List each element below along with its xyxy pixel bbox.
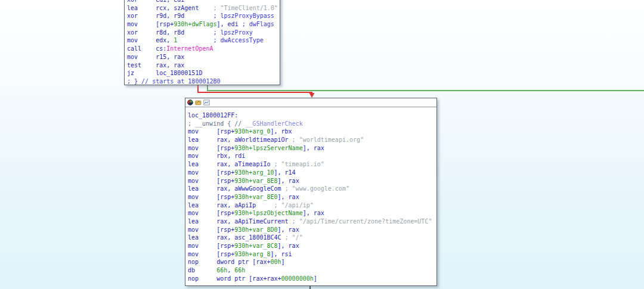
- asm-line[interactable]: lea rax, asc_18001BC4C ; "/": [188, 234, 436, 242]
- asm-line[interactable]: mov [rsp+930h+var_8D0], rax: [188, 226, 436, 234]
- asm-line[interactable]: loc_1800012FF:: [188, 111, 436, 120]
- asm-line[interactable]: lea rax, aTimeapiIo ; "timeapi.io": [188, 160, 436, 169]
- asm-line[interactable]: xor edi, edi: [127, 0, 280, 4]
- edge-jump-taken-green: [208, 85, 644, 91]
- asm-line[interactable]: mov [rsp+930h+var_8E8], rax: [188, 177, 436, 185]
- edge-fallthrough-red: [198, 85, 312, 94]
- asm-line[interactable]: ; __unwind { // __GSHandlerCheck: [188, 120, 436, 128]
- asm-code: xor edi, edilea rcx, szAgent ; "TimeClie…: [127, 0, 280, 85]
- asm-line[interactable]: mov [rsp+930h+lpszServerName], rax: [188, 144, 436, 153]
- asm-line[interactable]: mov rbx, rdi: [188, 152, 436, 160]
- asm-line[interactable]: xor r8d, r8d ; lpszProxy: [127, 29, 280, 37]
- basic-block-1800012B0-tail[interactable]: xor edi, edilea rcx, szAgent ; "TimeClie…: [124, 0, 280, 85]
- chart-icon: [203, 100, 210, 105]
- asm-line[interactable]: ; } // starts at 1800012B0: [127, 77, 280, 85]
- basic-block-loc-1800012FF[interactable]: loc_1800012FF:; __unwind { // __GSHandle…: [185, 98, 437, 286]
- asm-line[interactable]: db 66h, 66h: [188, 266, 436, 275]
- asm-line[interactable]: mov [rsp+930h+arg_10], r14: [188, 169, 436, 177]
- asm-line[interactable]: mov r15, rax: [127, 53, 280, 61]
- asm-line[interactable]: lea rax, aApiIp ; "/api/ip": [188, 201, 436, 210]
- asm-line[interactable]: lea rax, aWorldtimeapiOr ; "worldtimeapi…: [188, 136, 436, 144]
- asm-line[interactable]: nop word ptr [rax+rax+00000000h]: [188, 275, 436, 283]
- asm-line[interactable]: lea rax, aApiTimeCurrent ; "/api/Time/cu…: [188, 217, 436, 226]
- block-titlebar[interactable]: [185, 98, 436, 107]
- asm-line[interactable]: test rax, rax: [127, 61, 280, 70]
- asm-code: loc_1800012FF:; __unwind { // __GSHandle…: [185, 107, 436, 282]
- asm-line[interactable]: lea rcx, szAgent ; "TimeClient/1.0": [127, 4, 280, 13]
- asm-line[interactable]: mov [rsp+930h+dwFlags], edi ; dwFlags: [127, 20, 280, 29]
- asm-line[interactable]: xor r9d, r9d ; lpszProxyBypass: [127, 12, 280, 20]
- asm-line[interactable]: mov [rsp+930h+arg_0], rbx: [188, 128, 436, 136]
- pie-color-icon: [187, 100, 193, 105]
- asm-line[interactable]: mov [rsp+930h+var_8E0], rax: [188, 193, 436, 201]
- asm-line[interactable]: lea rax, aWwwGoogleCom ; "www.google.com…: [188, 185, 436, 193]
- graph-canvas[interactable]: xor edi, edilea rcx, szAgent ; "TimeClie…: [0, 0, 644, 289]
- asm-line[interactable]: mov [rsp+930h+lpszObjectName], rax: [188, 209, 436, 217]
- asm-line[interactable]: mov edx, 1 ; dwAccessType: [127, 36, 280, 45]
- asm-line[interactable]: mov [rsp+930h+arg_8], rsi: [188, 250, 436, 259]
- asm-line[interactable]: nop dword ptr [rax+00h]: [188, 258, 436, 266]
- edit-hand-icon: [195, 100, 202, 105]
- asm-line[interactable]: mov [rsp+930h+var_8C8], rax: [188, 242, 436, 250]
- asm-line[interactable]: jz loc_18000151D: [127, 69, 280, 77]
- edge-fallthrough-arrowhead: [309, 93, 315, 98]
- asm-line[interactable]: call cs:InternetOpenA: [127, 45, 280, 53]
